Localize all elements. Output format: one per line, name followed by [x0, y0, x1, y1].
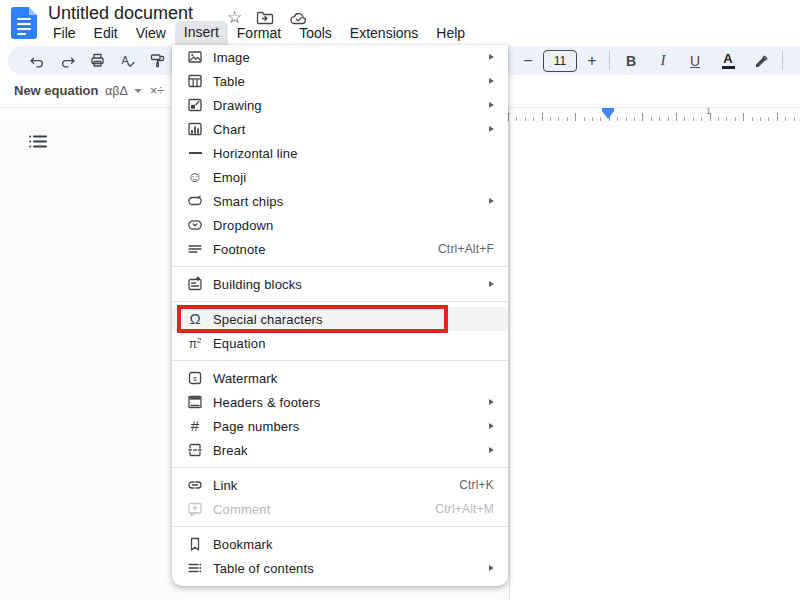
menu-item-label: Building blocks [213, 277, 302, 292]
menu-item-label: Emoji [213, 170, 246, 185]
submenu-arrow-icon [489, 78, 494, 84]
menu-file[interactable]: File [44, 23, 85, 43]
page-break-icon [185, 441, 205, 459]
paint-format-button[interactable] [142, 48, 172, 74]
underline-button[interactable]: U [679, 48, 711, 74]
menu-item-label: Table of contents [213, 561, 314, 576]
bold-button[interactable]: B [615, 48, 647, 74]
dropdown-icon [185, 216, 205, 234]
redo-button[interactable] [52, 48, 82, 74]
decrease-font-size-button[interactable]: − [516, 48, 540, 74]
menu-insert[interactable]: Insert [175, 21, 228, 46]
menu-extensions[interactable]: Extensions [341, 23, 427, 43]
menu-bar: File Edit View Insert Format Tools Exten… [44, 21, 474, 45]
document-page[interactable] [509, 121, 800, 600]
menu-item-drawing[interactable]: Drawing [172, 93, 508, 117]
google-docs-window: Untitled document ☆ File Edit View Inser… [0, 0, 800, 600]
header: Untitled document ☆ File Edit View Inser… [0, 0, 800, 45]
submenu-arrow-icon [489, 198, 494, 204]
ruler-major-ticks [508, 113, 800, 121]
menu-item-chart[interactable]: Chart [172, 117, 508, 141]
shortcut-label: Ctrl+Alt+M [435, 502, 494, 516]
image-icon [185, 48, 205, 66]
italic-button[interactable]: I [647, 48, 679, 74]
menu-item-label: Smart chips [213, 194, 283, 209]
chart-icon [185, 120, 205, 138]
link-icon [185, 476, 205, 494]
menu-separator [172, 360, 508, 361]
submenu-arrow-icon [489, 126, 494, 132]
submenu-arrow-icon [489, 102, 494, 108]
operators-dropdown[interactable]: ×÷ [150, 84, 164, 98]
menu-item-label: Drawing [213, 98, 262, 113]
menu-item-label: Equation [213, 336, 266, 351]
highlight-color-button[interactable] [745, 48, 777, 74]
menu-item-table-of-contents[interactable]: Table of contents [172, 556, 508, 580]
menu-edit[interactable]: Edit [85, 23, 127, 43]
menu-item-link[interactable]: Link Ctrl+K [172, 473, 508, 497]
bookmark-icon [185, 535, 205, 553]
menu-item-label: Headers & footers [213, 395, 320, 410]
menu-item-label: Page numbers [213, 419, 299, 434]
greek-symbols-dropdown[interactable]: αβΔ [105, 84, 142, 98]
pi-squared-icon: π2 [185, 334, 205, 352]
menu-item-label: Image [213, 50, 250, 65]
insert-dropdown-menu: Image Table Drawing Chart Ho [172, 45, 508, 586]
menu-item-label: Footnote [213, 242, 266, 257]
menu-item-smart-chips[interactable]: Smart chips [172, 189, 508, 213]
emoji-icon: ☺ [185, 168, 205, 186]
menu-item-bookmark[interactable]: Bookmark [172, 532, 508, 556]
menu-item-horizontal-line[interactable]: Horizontal line [172, 141, 508, 165]
submenu-arrow-icon [489, 565, 494, 571]
menu-item-footnote[interactable]: Footnote Ctrl+Alt+F [172, 237, 508, 261]
menu-item-dropdown[interactable]: Dropdown [172, 213, 508, 237]
menu-tools[interactable]: Tools [290, 23, 341, 43]
undo-button[interactable] [22, 48, 52, 74]
menu-item-comment: Comment Ctrl+Alt+M [172, 497, 508, 521]
menu-item-headers-footers[interactable]: Headers & footers [172, 390, 508, 414]
menu-item-special-characters[interactable]: Ω Special characters [172, 307, 508, 331]
menu-item-label: Comment [213, 502, 270, 517]
comment-icon [185, 500, 205, 518]
menu-item-table[interactable]: Table [172, 69, 508, 93]
menu-separator [172, 467, 508, 468]
menu-item-page-numbers[interactable]: # Page numbers [172, 414, 508, 438]
toolbar-divider [609, 51, 610, 70]
menu-separator [172, 526, 508, 527]
toolbar-right-group: − 11 + B I U A [516, 46, 788, 75]
red-highlight-annotation [177, 305, 448, 333]
shortcut-label: Ctrl+K [459, 478, 494, 492]
indent-marker[interactable] [602, 108, 614, 119]
building-blocks-icon [185, 275, 205, 293]
menu-item-image[interactable]: Image [172, 45, 508, 69]
shortcut-label: Ctrl+Alt+F [438, 242, 494, 256]
menu-format[interactable]: Format [228, 23, 290, 43]
toc-icon [185, 559, 205, 577]
document-outline-icon[interactable] [26, 130, 50, 152]
table-icon [185, 72, 205, 90]
google-docs-logo-icon[interactable] [11, 7, 37, 39]
menu-item-watermark[interactable]: s Watermark [172, 366, 508, 390]
menu-item-equation[interactable]: π2 Equation [172, 331, 508, 355]
ruler-label: 1 [706, 106, 711, 116]
submenu-arrow-icon [489, 399, 494, 405]
menu-item-label: Dropdown [213, 218, 273, 233]
increase-font-size-button[interactable]: + [580, 48, 604, 74]
menu-item-break[interactable]: Break [172, 438, 508, 462]
menu-item-emoji[interactable]: ☺ Emoji [172, 165, 508, 189]
submenu-arrow-icon [489, 447, 494, 453]
text-color-button[interactable]: A [711, 48, 745, 74]
menu-item-label: Link [213, 478, 237, 493]
menu-item-label: Watermark [213, 371, 277, 386]
submenu-arrow-icon [489, 54, 494, 60]
print-button[interactable] [82, 48, 112, 74]
drawing-icon [185, 96, 205, 114]
spellcheck-button[interactable]: A [112, 48, 142, 74]
menu-help[interactable]: Help [427, 23, 474, 43]
menu-item-building-blocks[interactable]: Building blocks [172, 272, 508, 296]
menu-view[interactable]: View [127, 23, 175, 43]
smart-chips-icon [185, 192, 205, 210]
new-equation-button[interactable]: New equation [14, 83, 99, 98]
submenu-arrow-icon [489, 281, 494, 287]
font-size-input[interactable]: 11 [543, 50, 577, 72]
